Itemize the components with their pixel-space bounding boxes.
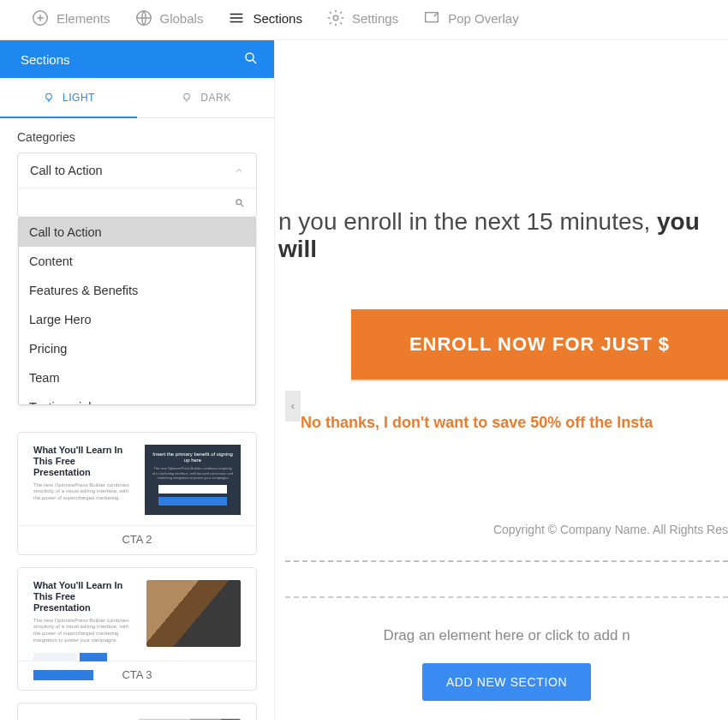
category-filter-row[interactable] bbox=[18, 188, 256, 217]
drop-zone-text: Drag an element here or click to add n bbox=[285, 627, 728, 644]
template-headline: The Complete Solution bbox=[33, 719, 122, 720]
sections-sidebar: Sections LIGHT DARK Categories Call to A… bbox=[0, 40, 275, 720]
panel-collapse-handle[interactable]: ‹ bbox=[285, 391, 301, 422]
nav-settings[interactable]: Settings bbox=[326, 9, 398, 27]
template-card-partial[interactable]: The Complete Solution bbox=[17, 703, 257, 720]
template-signup-box: Insert the primary benefit of signing up… bbox=[145, 445, 241, 515]
nav-pop-overlay[interactable]: Pop Overlay bbox=[422, 9, 519, 27]
template-list: What You'll Learn In This Free Presentat… bbox=[17, 432, 257, 720]
dropdown-option[interactable]: Large Hero bbox=[19, 305, 255, 334]
search-icon[interactable] bbox=[243, 51, 259, 69]
template-card-cta2[interactable]: What You'll Learn In This Free Presentat… bbox=[17, 432, 257, 555]
category-dropdown[interactable]: Call to Action Content Features & Benefi… bbox=[18, 217, 256, 405]
svg-point-7 bbox=[236, 199, 242, 204]
template-sub: The new OptimizePress Builder combines s… bbox=[33, 618, 131, 644]
theme-tabs: LIGHT DARK bbox=[0, 78, 274, 118]
overlay-icon bbox=[422, 9, 441, 27]
plus-circle-icon bbox=[31, 9, 50, 27]
template-headline: What You'll Learn In This Free Presentat… bbox=[33, 580, 131, 614]
nav-settings-label: Settings bbox=[352, 11, 398, 26]
lightbulb-off-icon bbox=[180, 91, 194, 105]
globe-icon bbox=[134, 9, 153, 27]
panel-title: Sections bbox=[21, 52, 70, 67]
dropdown-option[interactable]: Team bbox=[19, 363, 255, 392]
drop-zone[interactable]: Drag an element here or click to add n A… bbox=[285, 596, 728, 701]
dropdown-option[interactable]: Pricing bbox=[19, 334, 255, 363]
category-select[interactable]: Call to Action Call to Action Content Fe… bbox=[17, 153, 257, 218]
template-card-cta3[interactable]: What You'll Learn In This Free Presentat… bbox=[17, 567, 257, 691]
category-selected-value: Call to Action bbox=[30, 164, 103, 177]
page-canvas[interactable]: n you enroll in the next 15 minutes, you… bbox=[275, 40, 728, 720]
nav-sections[interactable]: Sections bbox=[227, 9, 302, 27]
template-headline: What You'll Learn In This Free Presentat… bbox=[33, 445, 129, 479]
lightbulb-icon bbox=[42, 91, 56, 105]
copyright-text: Copyright © Company Name. All Rights Res bbox=[285, 523, 728, 536]
tab-dark[interactable]: DARK bbox=[137, 78, 274, 117]
nav-globals[interactable]: Globals bbox=[134, 9, 204, 27]
nav-globals-label: Globals bbox=[160, 11, 204, 26]
sections-icon bbox=[227, 9, 246, 27]
enroll-button[interactable]: ENROLL NOW FOR JUST $ bbox=[351, 309, 728, 380]
gear-icon bbox=[326, 9, 345, 27]
dropdown-option[interactable]: Call to Action bbox=[19, 218, 255, 247]
template-image bbox=[146, 580, 241, 647]
nav-elements[interactable]: Elements bbox=[31, 9, 110, 27]
dropdown-option[interactable]: Testimonials bbox=[19, 392, 255, 405]
nav-elements-label: Elements bbox=[57, 11, 110, 26]
top-nav: Elements Globals Sections Settings Pop O… bbox=[0, 0, 728, 40]
nav-sections-label: Sections bbox=[253, 11, 302, 26]
svg-point-2 bbox=[333, 15, 338, 21]
add-new-section-button[interactable]: ADD NEW SECTION bbox=[422, 663, 591, 701]
categories-label: Categories bbox=[17, 130, 257, 144]
hero-headline: n you enroll in the next 15 minutes, you… bbox=[278, 208, 728, 263]
template-image bbox=[138, 719, 241, 720]
template-sub: The new OptimizePress Builder combines s… bbox=[33, 482, 129, 502]
svg-point-4 bbox=[246, 53, 254, 61]
template-caption: CTA 2 bbox=[18, 525, 256, 554]
svg-point-6 bbox=[184, 93, 190, 99]
search-icon bbox=[234, 197, 246, 209]
section-divider bbox=[285, 560, 728, 562]
chevron-up-icon bbox=[234, 165, 244, 176]
category-select-current[interactable]: Call to Action bbox=[18, 153, 256, 188]
nav-pop-overlay-label: Pop Overlay bbox=[448, 11, 519, 26]
tab-light-label: LIGHT bbox=[63, 92, 95, 104]
dropdown-option[interactable]: Features & Benefits bbox=[19, 276, 255, 305]
decline-link[interactable]: No thanks, I don't want to save 50% off … bbox=[301, 414, 653, 432]
svg-point-5 bbox=[46, 93, 52, 99]
tab-light[interactable]: LIGHT bbox=[0, 78, 137, 117]
tab-dark-label: DARK bbox=[200, 92, 230, 104]
dropdown-option[interactable]: Content bbox=[19, 247, 255, 276]
panel-header: Sections bbox=[0, 40, 274, 78]
